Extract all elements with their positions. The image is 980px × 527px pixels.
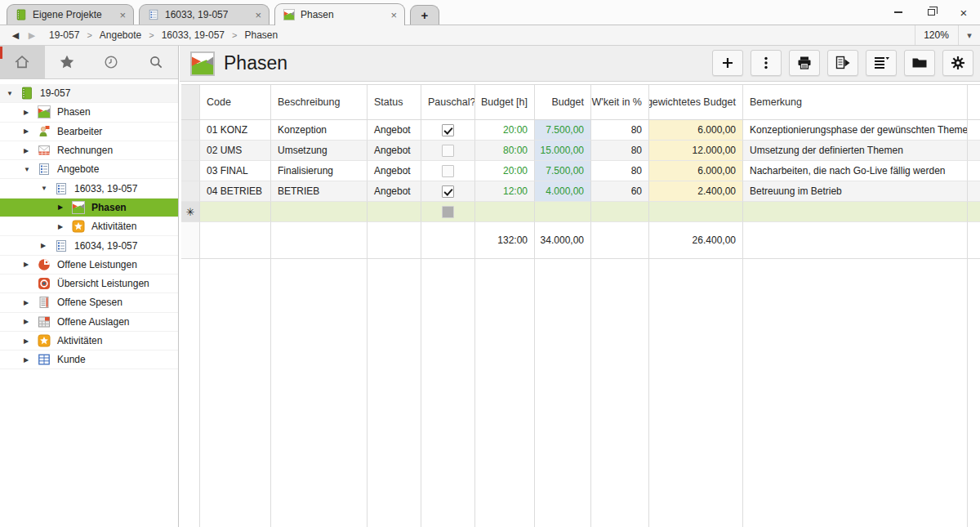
cell-beschreibung[interactable]: BETRIEB [271,181,368,202]
pauschal-checkbox[interactable] [442,145,454,157]
col-header-status[interactable]: Status [368,84,421,120]
cell-gew-budget[interactable]: 2.400,00 [649,181,743,202]
cell-budget-h[interactable]: 20:00 [475,120,535,141]
cell-wkeit[interactable]: 80 [591,120,649,141]
sort-button[interactable] [866,50,897,76]
expander-icon[interactable]: ▶ [24,109,38,116]
expander-icon[interactable]: ▶ [24,337,38,345]
cell-pauschal[interactable] [421,181,475,202]
new-cell-gew-budget[interactable] [649,202,743,222]
pauschal-checkbox[interactable] [442,124,454,136]
expander-icon[interactable]: ▶ [24,147,38,154]
pauschal-checkbox[interactable] [442,165,454,177]
cell-bemerkung[interactable]: Nacharbeiten, die nach Go-Live fällig we… [743,161,968,181]
cell-budget-h[interactable]: 80:00 [475,141,535,161]
cell-gew-budget[interactable]: 6.000,00 [649,120,743,141]
cell-code[interactable]: 04 BETRIEB [200,181,271,202]
new-row-marker[interactable]: ✳ [181,202,200,222]
nav-search[interactable] [134,46,179,78]
row-selector[interactable] [181,141,200,161]
expander-icon[interactable]: ▶ [24,356,38,364]
row-selector[interactable] [181,161,200,181]
close-button[interactable]: × [947,0,980,25]
new-cell-bemerkung[interactable] [743,202,968,222]
cell-pauschal[interactable] [421,141,475,161]
cell-status[interactable]: Angebot [368,120,421,141]
cell-bemerkung[interactable]: Umsetzung der definierten Themen [743,141,968,161]
tree-item-offene-spesen[interactable]: ▶ Offene Spesen [0,293,178,312]
tab-phasen[interactable]: Phasen × [274,3,405,25]
breadcrumb-item[interactable]: 16033, 19-057 [162,29,225,41]
tab-close-icon[interactable]: × [111,10,126,20]
minimize-button[interactable] [882,0,915,25]
tree-item-angebote[interactable]: ▼ Angebote [0,160,178,179]
col-header-budget[interactable]: Budget [535,84,591,120]
cell-wkeit[interactable]: 80 [591,161,649,181]
cell-beschreibung[interactable]: Finalisierung [271,161,368,181]
tab-16033-19-057[interactable]: 16033, 19-057 × [139,4,270,25]
tree-item-phasen[interactable]: ▶ Phasen [0,103,178,122]
new-cell-pauschal[interactable] [421,202,475,222]
expander-icon[interactable]: ▶ [24,261,38,268]
cell-gew-budget[interactable]: 6.000,00 [649,161,743,181]
breadcrumb-item[interactable]: Phasen [244,29,278,41]
new-tab-button[interactable]: + [410,5,439,25]
tree-item-offene-auslagen[interactable]: ▶ Offene Auslagen [0,313,178,332]
expander-icon[interactable]: ▶ [24,127,38,135]
tree-item-phasen-selected[interactable]: ▶ Phasen [0,199,178,217]
cell-beschreibung[interactable]: Umsetzung [271,141,368,161]
tree-item-uebersicht-leistungen[interactable]: Übersicht Leistungen [0,275,178,293]
tree-item-16033[interactable]: ▼ 16033, 19-057 [0,179,178,198]
add-button[interactable] [712,50,743,76]
nav-favorites[interactable] [45,46,90,78]
back-button[interactable]: ◀ [7,30,24,41]
tree-item-offene-leistungen[interactable]: ▶ Offene Leistungen [0,256,178,275]
cell-code[interactable]: 02 UMS [200,141,271,161]
tree-item-kunde[interactable]: ▶ Kunde [0,351,178,369]
expander-icon[interactable]: ▶ [41,242,55,249]
col-header-beschreibung[interactable]: Beschreibung [271,84,368,120]
cell-budget[interactable]: 7.500,00 [535,120,591,141]
cell-bemerkung[interactable]: Betreuung im Betrieb [743,181,968,202]
cell-wkeit[interactable]: 60 [591,181,649,202]
cell-budget[interactable]: 4.000,00 [535,181,591,202]
cell-status[interactable]: Angebot [368,181,421,202]
col-header-wkeit[interactable]: W'keit in % [591,84,649,120]
cell-budget-h[interactable]: 12:00 [475,181,535,202]
tree-item-aktivitaeten-2[interactable]: ▶ Aktivitäten [0,332,178,351]
tree-item-rechnungen[interactable]: ▶ Rechnungen [0,141,178,160]
tree-item-bearbeiter[interactable]: ▶ Bearbeiter [0,123,178,141]
cell-budget[interactable]: 7.500,00 [535,161,591,181]
tree-item-project[interactable]: ▼ 19-057 [0,84,178,103]
breadcrumb-item[interactable]: Angebote [100,29,141,41]
tree-item-16034[interactable]: ▶ 16034, 19-057 [0,236,178,255]
tab-close-icon[interactable]: × [382,10,397,20]
zoom-level[interactable]: 120% [915,25,957,45]
new-cell-code[interactable] [200,202,271,222]
report-button[interactable] [827,50,858,76]
more-button[interactable] [751,50,782,76]
cell-budget[interactable]: 15.000,00 [535,141,591,161]
new-cell-wkeit[interactable] [591,202,649,222]
tab-close-icon[interactable]: × [247,10,261,20]
restore-button[interactable] [915,0,947,25]
row-selector-header[interactable] [181,84,200,120]
col-header-pauschal[interactable]: Pauschal? [421,84,475,120]
cell-bemerkung[interactable]: Konzeptionierungsphase der gewünschten T… [743,120,968,141]
settings-button[interactable] [942,50,973,76]
new-cell-status[interactable] [368,202,421,222]
col-header-budget-h[interactable]: Budget [h] [475,84,535,120]
pauschal-checkbox[interactable] [442,185,454,198]
cell-status[interactable]: Angebot [368,141,421,161]
new-cell-budget-h[interactable] [475,202,535,222]
cell-wkeit[interactable]: 80 [591,141,649,161]
forward-button[interactable]: ▶ [24,30,40,41]
print-button[interactable] [789,50,820,76]
tree-item-aktivitaeten[interactable]: ▶ Aktivitäten [0,217,178,236]
cell-beschreibung[interactable]: Konzeption [271,120,368,141]
expander-icon[interactable]: ▼ [41,185,55,192]
cell-pauschal[interactable] [421,161,475,181]
expander-icon[interactable]: ▶ [24,318,38,325]
folder-button[interactable] [904,50,935,76]
cell-budget-h[interactable]: 20:00 [475,161,535,181]
